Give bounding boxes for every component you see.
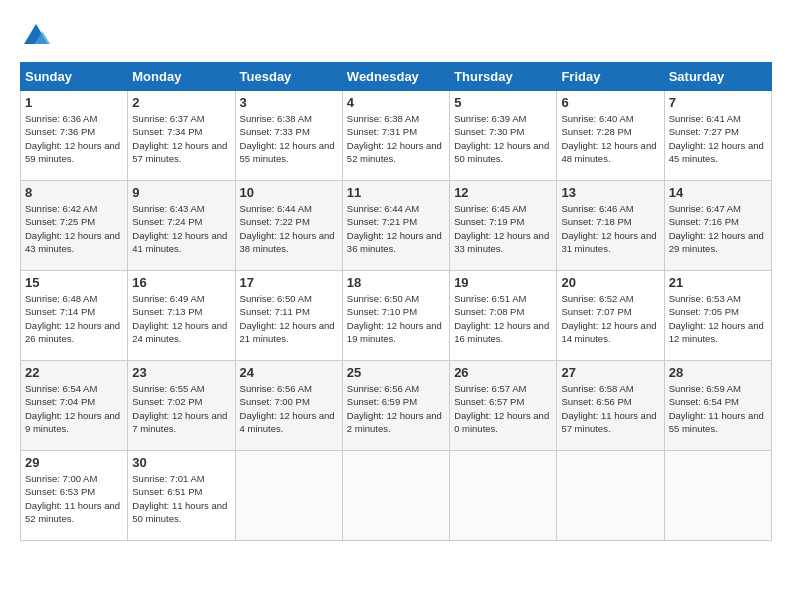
day-number: 1 [25,95,123,110]
calendar-cell: 3Sunrise: 6:38 AMSunset: 7:33 PMDaylight… [235,91,342,181]
calendar-cell [235,451,342,541]
calendar-cell: 23Sunrise: 6:55 AMSunset: 7:02 PMDayligh… [128,361,235,451]
calendar-cell: 4Sunrise: 6:38 AMSunset: 7:31 PMDaylight… [342,91,449,181]
calendar-cell: 2Sunrise: 6:37 AMSunset: 7:34 PMDaylight… [128,91,235,181]
day-number: 21 [669,275,767,290]
header-day-sunday: Sunday [21,63,128,91]
day-info: Sunrise: 6:41 AMSunset: 7:27 PMDaylight:… [669,112,767,165]
day-number: 17 [240,275,338,290]
day-number: 25 [347,365,445,380]
calendar-cell: 24Sunrise: 6:56 AMSunset: 7:00 PMDayligh… [235,361,342,451]
header-day-thursday: Thursday [450,63,557,91]
header-day-tuesday: Tuesday [235,63,342,91]
day-info: Sunrise: 6:39 AMSunset: 7:30 PMDaylight:… [454,112,552,165]
calendar-cell: 17Sunrise: 6:50 AMSunset: 7:11 PMDayligh… [235,271,342,361]
day-info: Sunrise: 7:00 AMSunset: 6:53 PMDaylight:… [25,472,123,525]
day-info: Sunrise: 6:37 AMSunset: 7:34 PMDaylight:… [132,112,230,165]
day-info: Sunrise: 6:53 AMSunset: 7:05 PMDaylight:… [669,292,767,345]
calendar-cell: 6Sunrise: 6:40 AMSunset: 7:28 PMDaylight… [557,91,664,181]
day-info: Sunrise: 6:59 AMSunset: 6:54 PMDaylight:… [669,382,767,435]
calendar-cell: 12Sunrise: 6:45 AMSunset: 7:19 PMDayligh… [450,181,557,271]
day-number: 5 [454,95,552,110]
calendar-week-2: 8Sunrise: 6:42 AMSunset: 7:25 PMDaylight… [21,181,772,271]
calendar-cell: 27Sunrise: 6:58 AMSunset: 6:56 PMDayligh… [557,361,664,451]
day-number: 14 [669,185,767,200]
day-info: Sunrise: 6:56 AMSunset: 7:00 PMDaylight:… [240,382,338,435]
day-info: Sunrise: 6:55 AMSunset: 7:02 PMDaylight:… [132,382,230,435]
day-info: Sunrise: 6:46 AMSunset: 7:18 PMDaylight:… [561,202,659,255]
day-number: 13 [561,185,659,200]
calendar-cell: 22Sunrise: 6:54 AMSunset: 7:04 PMDayligh… [21,361,128,451]
day-number: 30 [132,455,230,470]
day-info: Sunrise: 6:45 AMSunset: 7:19 PMDaylight:… [454,202,552,255]
day-info: Sunrise: 6:40 AMSunset: 7:28 PMDaylight:… [561,112,659,165]
day-info: Sunrise: 6:44 AMSunset: 7:22 PMDaylight:… [240,202,338,255]
day-number: 29 [25,455,123,470]
calendar-cell: 19Sunrise: 6:51 AMSunset: 7:08 PMDayligh… [450,271,557,361]
header-day-wednesday: Wednesday [342,63,449,91]
day-info: Sunrise: 6:56 AMSunset: 6:59 PMDaylight:… [347,382,445,435]
day-number: 6 [561,95,659,110]
calendar-cell: 16Sunrise: 6:49 AMSunset: 7:13 PMDayligh… [128,271,235,361]
day-number: 22 [25,365,123,380]
day-info: Sunrise: 6:51 AMSunset: 7:08 PMDaylight:… [454,292,552,345]
day-number: 27 [561,365,659,380]
calendar-week-1: 1Sunrise: 6:36 AMSunset: 7:36 PMDaylight… [21,91,772,181]
calendar-cell: 25Sunrise: 6:56 AMSunset: 6:59 PMDayligh… [342,361,449,451]
calendar-cell [450,451,557,541]
day-number: 11 [347,185,445,200]
day-number: 9 [132,185,230,200]
day-number: 10 [240,185,338,200]
calendar-cell: 15Sunrise: 6:48 AMSunset: 7:14 PMDayligh… [21,271,128,361]
calendar-cell: 28Sunrise: 6:59 AMSunset: 6:54 PMDayligh… [664,361,771,451]
day-number: 4 [347,95,445,110]
day-number: 19 [454,275,552,290]
calendar-cell: 20Sunrise: 6:52 AMSunset: 7:07 PMDayligh… [557,271,664,361]
day-number: 2 [132,95,230,110]
header-day-friday: Friday [557,63,664,91]
day-number: 16 [132,275,230,290]
header [20,20,772,52]
calendar-cell: 30Sunrise: 7:01 AMSunset: 6:51 PMDayligh… [128,451,235,541]
calendar-week-5: 29Sunrise: 7:00 AMSunset: 6:53 PMDayligh… [21,451,772,541]
day-info: Sunrise: 6:50 AMSunset: 7:10 PMDaylight:… [347,292,445,345]
calendar-week-4: 22Sunrise: 6:54 AMSunset: 7:04 PMDayligh… [21,361,772,451]
day-info: Sunrise: 6:48 AMSunset: 7:14 PMDaylight:… [25,292,123,345]
header-day-saturday: Saturday [664,63,771,91]
day-info: Sunrise: 7:01 AMSunset: 6:51 PMDaylight:… [132,472,230,525]
calendar-cell [664,451,771,541]
calendar-cell: 26Sunrise: 6:57 AMSunset: 6:57 PMDayligh… [450,361,557,451]
day-number: 24 [240,365,338,380]
calendar-table: SundayMondayTuesdayWednesdayThursdayFrid… [20,62,772,541]
logo-icon [20,20,52,52]
day-info: Sunrise: 6:58 AMSunset: 6:56 PMDaylight:… [561,382,659,435]
day-number: 23 [132,365,230,380]
day-info: Sunrise: 6:54 AMSunset: 7:04 PMDaylight:… [25,382,123,435]
day-info: Sunrise: 6:49 AMSunset: 7:13 PMDaylight:… [132,292,230,345]
day-info: Sunrise: 6:42 AMSunset: 7:25 PMDaylight:… [25,202,123,255]
logo [20,20,56,52]
day-number: 3 [240,95,338,110]
day-info: Sunrise: 6:57 AMSunset: 6:57 PMDaylight:… [454,382,552,435]
day-number: 26 [454,365,552,380]
day-number: 20 [561,275,659,290]
header-day-monday: Monday [128,63,235,91]
calendar-cell: 11Sunrise: 6:44 AMSunset: 7:21 PMDayligh… [342,181,449,271]
calendar-cell [557,451,664,541]
day-info: Sunrise: 6:38 AMSunset: 7:31 PMDaylight:… [347,112,445,165]
calendar-cell: 29Sunrise: 7:00 AMSunset: 6:53 PMDayligh… [21,451,128,541]
calendar-week-3: 15Sunrise: 6:48 AMSunset: 7:14 PMDayligh… [21,271,772,361]
calendar-cell: 1Sunrise: 6:36 AMSunset: 7:36 PMDaylight… [21,91,128,181]
calendar-cell: 21Sunrise: 6:53 AMSunset: 7:05 PMDayligh… [664,271,771,361]
calendar-header-row: SundayMondayTuesdayWednesdayThursdayFrid… [21,63,772,91]
day-number: 28 [669,365,767,380]
day-info: Sunrise: 6:38 AMSunset: 7:33 PMDaylight:… [240,112,338,165]
calendar-cell: 10Sunrise: 6:44 AMSunset: 7:22 PMDayligh… [235,181,342,271]
calendar-cell: 5Sunrise: 6:39 AMSunset: 7:30 PMDaylight… [450,91,557,181]
day-info: Sunrise: 6:52 AMSunset: 7:07 PMDaylight:… [561,292,659,345]
calendar-cell: 14Sunrise: 6:47 AMSunset: 7:16 PMDayligh… [664,181,771,271]
calendar-cell: 8Sunrise: 6:42 AMSunset: 7:25 PMDaylight… [21,181,128,271]
calendar-cell: 7Sunrise: 6:41 AMSunset: 7:27 PMDaylight… [664,91,771,181]
calendar-cell [342,451,449,541]
day-info: Sunrise: 6:43 AMSunset: 7:24 PMDaylight:… [132,202,230,255]
